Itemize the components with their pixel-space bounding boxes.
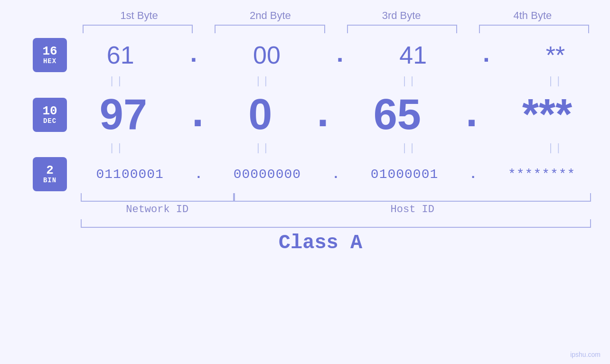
bin-dot1: .: [195, 167, 203, 182]
byte2-top-bracket: [215, 25, 325, 33]
equals2-b4: ||: [548, 142, 563, 154]
equals1-b1: ||: [109, 75, 124, 87]
dec-dot3: .: [459, 91, 484, 139]
byte1-header: 1st Byte: [81, 9, 197, 22]
hex-badge: 16 HEX: [33, 38, 67, 72]
byte3-top-bracket: [347, 25, 457, 33]
equals1-b3: ||: [401, 75, 416, 87]
byte1-top-bracket: [83, 25, 193, 33]
byte4-top-bracket: [479, 25, 589, 33]
hex-dot2: .: [333, 41, 347, 69]
byte4-header: 4th Byte: [474, 9, 591, 22]
equals2-b1: ||: [109, 142, 124, 154]
hex-byte2: 00: [253, 41, 281, 69]
byte3-header: 3rd Byte: [343, 9, 460, 22]
dec-dot1: .: [185, 91, 211, 139]
hex-dot3: .: [479, 41, 494, 69]
dec-badge: 10 DEC: [33, 98, 67, 132]
class-bracket: [81, 219, 591, 228]
dec-byte3: 65: [374, 90, 421, 139]
equals2-b2: ||: [255, 142, 270, 154]
watermark: ipshu.com: [570, 351, 601, 358]
bin-byte4: ********: [508, 167, 575, 182]
bin-badge: 2 BIN: [33, 157, 67, 191]
hex-byte3: 41: [399, 41, 427, 69]
hex-byte1: 61: [107, 41, 134, 69]
bin-byte3: 01000001: [371, 167, 438, 182]
bin-dot2: .: [332, 167, 340, 182]
byte2-header: 2nd Byte: [212, 9, 328, 22]
host-id-bracket: [234, 193, 591, 202]
host-id-label: Host ID: [234, 204, 591, 215]
bin-dot3: .: [469, 167, 477, 182]
bin-byte2: 00000000: [234, 167, 301, 182]
dec-byte1: 97: [100, 90, 147, 139]
network-id-bracket: [81, 193, 234, 202]
equals2-b3: ||: [401, 142, 416, 154]
dec-byte2: 0: [248, 90, 272, 139]
bin-byte1: 01100001: [96, 167, 163, 182]
equals1-b4: ||: [548, 75, 563, 87]
hex-dot1: .: [186, 41, 201, 69]
network-id-label: Network ID: [81, 204, 234, 215]
main-container: 1st Byte 2nd Byte 3rd Byte 4th Byte: [0, 0, 610, 364]
hex-byte4: **: [546, 41, 565, 69]
equals1-b2: ||: [255, 75, 270, 87]
class-label: Class A: [279, 232, 362, 254]
dec-dot2: .: [310, 91, 336, 139]
dec-byte4: ***: [522, 90, 572, 139]
